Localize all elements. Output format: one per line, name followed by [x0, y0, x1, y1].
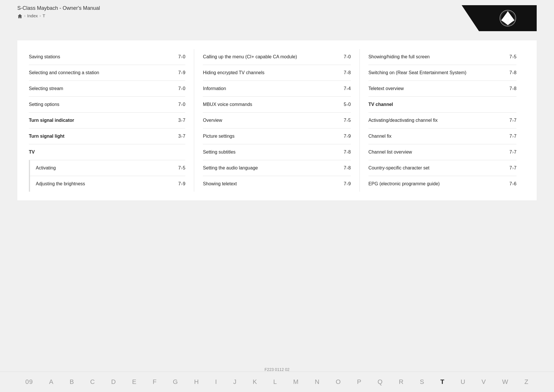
page-ref: 7›9: [344, 134, 351, 139]
alpha-item-u[interactable]: U: [461, 378, 465, 386]
alpha-item-n[interactable]: N: [315, 378, 320, 386]
entry-switching-on-rear: Switching on (Rear Seat Entertainment Sy…: [368, 65, 516, 81]
page-ref: 7›8: [510, 70, 516, 75]
page-ref: 7›8: [344, 70, 351, 75]
entry-information: Information 7›4: [203, 81, 351, 97]
page-header: S-Class Maybach - Owner's Manual › Index…: [0, 0, 554, 35]
alpha-item-b[interactable]: B: [70, 378, 74, 386]
page-ref: 7›8: [510, 86, 516, 91]
page-ref: 7›7: [510, 165, 516, 171]
alpha-item-m[interactable]: M: [293, 378, 299, 386]
entry-hiding-encrypted: Hiding encrypted TV channels 7›8: [203, 65, 351, 81]
entry-label: Picture settings: [203, 134, 344, 139]
entry-label: Teletext overview: [368, 86, 510, 91]
page-ref: 7›7: [510, 150, 516, 155]
alpha-item-a[interactable]: A: [49, 378, 54, 386]
header-decoration: [462, 5, 479, 31]
column-1: Saving stations 7›0 Selecting and connec…: [29, 49, 194, 192]
entry-label-bold: Turn signal light: [29, 134, 178, 139]
alpha-item-v[interactable]: V: [482, 378, 486, 386]
alpha-item-i[interactable]: I: [215, 378, 217, 386]
alpha-item-o[interactable]: O: [336, 378, 341, 386]
entry-label: Overview: [203, 118, 344, 123]
alpha-item-r[interactable]: R: [399, 378, 404, 386]
page-ref: 7›7: [510, 118, 516, 123]
page-ref: 7›0: [178, 102, 185, 107]
entry-label: Adjusting the brightness: [36, 181, 178, 186]
entry-label: Hiding encrypted TV channels: [203, 70, 344, 75]
entry-saving-stations: Saving stations 7›0: [29, 49, 185, 65]
alpha-item-f[interactable]: F: [153, 378, 157, 386]
entry-selecting-stream: Selecting stream 7›0: [29, 81, 185, 97]
page-ref: 7›8: [344, 165, 351, 171]
entry-label-bold: Turn signal indicator: [29, 118, 178, 123]
alpha-item-e[interactable]: E: [132, 378, 137, 386]
column-2: Calling up the menu (CI+ capable CA modu…: [194, 49, 360, 192]
page-ref: 3›7: [178, 134, 185, 139]
entry-channel-fix: Channel fix 7›7: [368, 128, 516, 144]
entry-label-bold: TV channel: [368, 102, 516, 107]
alpha-item-h[interactable]: H: [194, 378, 199, 386]
page-ref: 5›0: [344, 102, 351, 107]
tv-sub-entries: Activating 7›5 Adjusting the brightness …: [29, 160, 185, 192]
page-ref: 7›5: [344, 118, 351, 123]
page-ref: 7›5: [510, 54, 516, 59]
entry-channel-list-overview: Channel list overview 7›7: [368, 144, 516, 160]
alpha-item-s[interactable]: S: [420, 378, 424, 386]
alpha-item-j[interactable]: J: [233, 378, 237, 386]
entry-label: Showing/hiding the full screen: [368, 54, 510, 59]
entry-label: Switching on (Rear Seat Entertainment Sy…: [368, 70, 510, 75]
page-ref: 7›8: [344, 150, 351, 155]
breadcrumb-sep-1: ›: [24, 14, 25, 18]
page-ref: 7›6: [510, 181, 516, 186]
main-content: Saving stations 7›0 Selecting and connec…: [17, 40, 537, 200]
index-grid: Saving stations 7›0 Selecting and connec…: [29, 49, 525, 192]
alpha-item-09[interactable]: 09: [25, 378, 33, 386]
page-ref: 7›7: [510, 134, 516, 139]
header-left: S-Class Maybach - Owner's Manual › Index…: [17, 5, 100, 18]
entry-label: MBUX voice commands: [203, 102, 344, 107]
entry-epg: EPG (electronic programme guide) 7›6: [368, 176, 516, 192]
sub-entry-brightness: Adjusting the brightness 7›9: [30, 176, 185, 192]
entry-picture-settings: Picture settings 7›9: [203, 128, 351, 144]
entry-turn-signal-light: Turn signal light 3›7: [29, 128, 185, 144]
entry-label: Selecting and connecting a station: [29, 70, 178, 75]
mercedes-logo: [499, 10, 516, 27]
entry-showing-hiding-fullscreen: Showing/hiding the full screen 7›5: [368, 49, 516, 65]
entry-label: Information: [203, 86, 344, 91]
alpha-item-g[interactable]: G: [173, 378, 178, 386]
page-ref: 7›0: [178, 54, 185, 59]
home-icon[interactable]: [17, 14, 23, 19]
alpha-item-d[interactable]: D: [111, 378, 116, 386]
entry-label: Activating: [36, 165, 178, 171]
entry-label: Saving stations: [29, 54, 178, 59]
entry-tv-channel-header: TV channel: [368, 97, 516, 113]
alpha-item-z[interactable]: Z: [525, 378, 529, 386]
entry-activating-channel-fix: Activating/deactivating channel fix 7›7: [368, 113, 516, 128]
page-ref: 7›0: [178, 86, 185, 91]
page-ref: 7›9: [178, 70, 185, 75]
breadcrumb-index[interactable]: Index: [27, 13, 38, 18]
entry-overview: Overview 7›5: [203, 113, 351, 128]
entry-mbux-voice: MBUX voice commands 5›0: [203, 97, 351, 113]
page-ref: 7›4: [344, 86, 351, 91]
alpha-item-p[interactable]: P: [357, 378, 362, 386]
alpha-item-c[interactable]: C: [90, 378, 95, 386]
page-ref: 7›9: [344, 181, 351, 186]
alpha-item-w[interactable]: W: [502, 378, 508, 386]
entry-setting-options: Setting options 7›0: [29, 97, 185, 113]
alpha-item-k[interactable]: K: [253, 378, 257, 386]
entry-label: Setting options: [29, 102, 178, 107]
breadcrumb-current: T: [42, 13, 45, 18]
entry-selecting-connecting: Selecting and connecting a station 7›9: [29, 65, 185, 81]
alpha-item-q[interactable]: Q: [378, 378, 383, 386]
sub-entry-activating: Activating 7›5: [30, 160, 185, 176]
entry-label: Showing teletext: [203, 181, 344, 186]
page-ref: 3›7: [178, 118, 185, 123]
entry-showing-teletext: Showing teletext 7›9: [203, 176, 351, 192]
alpha-item-l[interactable]: L: [273, 378, 277, 386]
entry-label: Calling up the menu (CI+ capable CA modu…: [203, 54, 344, 59]
page-ref: 7›9: [178, 181, 185, 186]
alpha-item-t[interactable]: T: [440, 378, 444, 386]
alphabet-nav: 09 A B C D E F G H I J K L M N O P Q R S…: [0, 372, 554, 392]
